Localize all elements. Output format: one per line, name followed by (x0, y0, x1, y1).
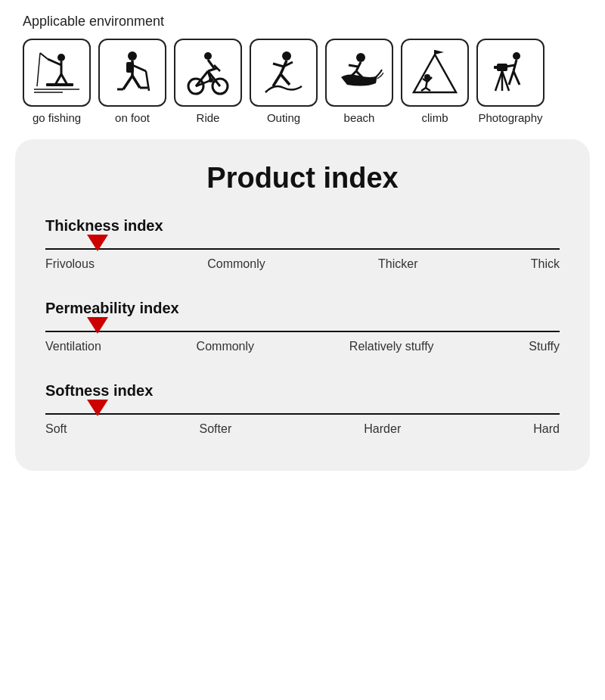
photography-icon-box (476, 39, 544, 107)
svg-rect-7 (46, 83, 73, 86)
fishing-label: go fishing (33, 111, 81, 124)
thickness-labels: Frivolous Commonly Thicker Thick (45, 257, 560, 271)
svg-line-31 (281, 61, 287, 74)
permeability-label-3: Stuffy (529, 340, 560, 353)
icons-row: go fishing (23, 39, 582, 124)
permeability-slider: Ventilation Commonly Relatively stuffy S… (45, 331, 560, 353)
svg-line-38 (349, 65, 358, 67)
climb-label: climb (421, 111, 448, 124)
climb-icon (411, 48, 459, 97)
fishing-icon (33, 48, 81, 97)
softness-slider: Soft Softer Harder Hard (45, 413, 560, 436)
permeability-label-2: Relatively stuffy (349, 340, 434, 353)
permeability-label-1: Commonly (197, 340, 254, 353)
thickness-label-1: Commonly (207, 257, 265, 271)
svg-point-48 (513, 52, 520, 60)
photography-icon (486, 48, 535, 97)
permeability-title: Permeability index (45, 300, 560, 317)
permeability-arrow (87, 317, 108, 334)
on-foot-icon (108, 48, 157, 97)
svg-point-36 (356, 53, 365, 62)
svg-line-5 (55, 74, 61, 85)
softness-label-2: Harder (364, 422, 401, 436)
env-outing: Outing (250, 39, 318, 124)
svg-line-32 (273, 64, 284, 67)
svg-point-19 (204, 52, 212, 60)
thickness-label-3: Thick (531, 257, 560, 271)
ride-label: Ride (197, 111, 220, 124)
svg-point-30 (282, 51, 291, 61)
product-title: Product index (45, 162, 560, 194)
top-section: Applicable environment (0, 0, 605, 132)
on-foot-label: on foot (115, 111, 150, 124)
permeability-label-0: Ventilation (45, 340, 101, 353)
svg-line-57 (513, 71, 520, 85)
svg-point-0 (57, 54, 65, 61)
svg-line-45 (426, 88, 430, 91)
softness-labels: Soft Softer Harder Hard (45, 422, 560, 436)
thickness-slider: Frivolous Commonly Thicker Thick (45, 248, 560, 271)
permeability-labels: Ventilation Commonly Relatively stuffy S… (45, 340, 560, 353)
svg-line-15 (123, 76, 132, 89)
photography-label: Photography (478, 111, 542, 124)
svg-line-6 (61, 74, 67, 85)
svg-rect-52 (494, 66, 498, 69)
svg-rect-12 (126, 62, 134, 73)
applicable-label: Applicable environment (23, 14, 582, 30)
svg-point-10 (128, 51, 137, 61)
outing-label: Outing (267, 111, 300, 124)
svg-line-28 (208, 60, 214, 68)
product-card: Product index Thickness index Frivolous … (15, 139, 590, 471)
fishing-icon-box (23, 39, 91, 107)
env-ride: Ride (174, 39, 242, 124)
svg-line-16 (132, 76, 140, 88)
svg-rect-51 (497, 64, 507, 71)
softness-arrow (87, 400, 108, 416)
svg-line-26 (208, 68, 217, 71)
thickness-arrow (87, 235, 108, 251)
ride-icon-box (174, 39, 242, 107)
svg-line-3 (40, 53, 48, 59)
softness-label-3: Hard (533, 422, 560, 436)
thickness-label-0: Frivolous (45, 257, 95, 271)
outing-icon-box (250, 39, 318, 107)
beach-icon-box (325, 39, 393, 107)
env-on-foot: on foot (98, 39, 166, 124)
env-fishing: go fishing (23, 39, 91, 124)
svg-line-53 (495, 71, 502, 91)
ride-icon (184, 48, 232, 97)
beach-icon (335, 48, 383, 97)
softness-track (45, 413, 560, 415)
thickness-title: Thickness index (45, 217, 560, 235)
permeability-section: Permeability index Ventilation Commonly … (45, 300, 560, 353)
climb-icon-box (401, 39, 469, 107)
thickness-section: Thickness index Frivolous Commonly Thick… (45, 217, 560, 271)
thickness-track (45, 248, 560, 250)
on-foot-icon-box (98, 39, 166, 107)
svg-line-34 (273, 74, 281, 86)
svg-point-29 (209, 78, 213, 82)
env-photography: Photography (476, 39, 544, 124)
beach-label: beach (344, 111, 375, 124)
svg-line-13 (132, 65, 146, 71)
svg-line-44 (421, 88, 426, 91)
thickness-label-2: Thicker (378, 257, 417, 271)
outing-icon (259, 48, 308, 97)
softness-label-0: Soft (45, 422, 67, 436)
env-beach: beach (325, 39, 393, 124)
softness-title: Softness index (45, 382, 560, 400)
svg-line-35 (281, 74, 290, 85)
svg-line-56 (509, 71, 513, 85)
svg-line-4 (37, 53, 40, 86)
softness-label-1: Softer (200, 422, 232, 436)
permeability-track (45, 331, 560, 332)
softness-section: Softness index Soft Softer Harder Hard (45, 382, 560, 436)
svg-line-55 (502, 71, 509, 91)
env-climb: climb (401, 39, 469, 124)
